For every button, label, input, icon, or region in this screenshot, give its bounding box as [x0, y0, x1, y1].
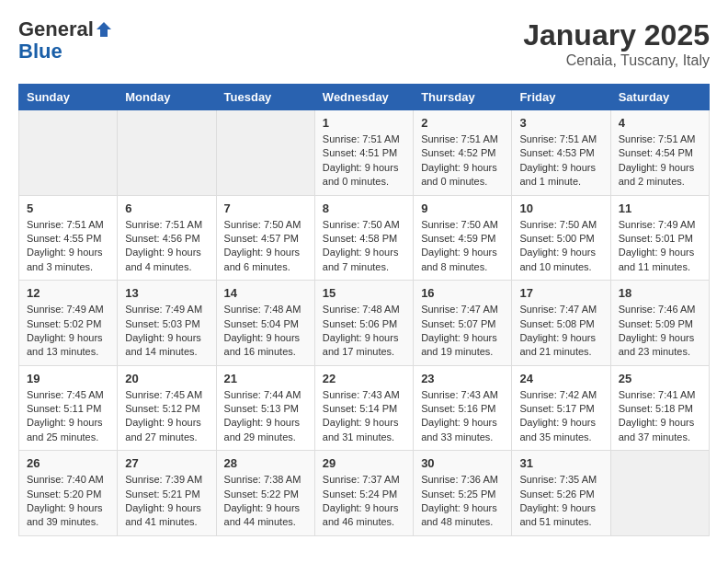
day-number: 1 — [323, 116, 405, 130]
weekday-header-thursday: Thursday — [414, 85, 512, 110]
day-number: 12 — [27, 286, 109, 300]
weekday-header-wednesday: Wednesday — [314, 85, 413, 110]
calendar-cell — [19, 110, 118, 196]
calendar-cell: 14Sunrise: 7:48 AMSunset: 5:04 PMDayligh… — [216, 281, 314, 366]
calendar-cell: 26Sunrise: 7:40 AMSunset: 5:20 PMDayligh… — [19, 451, 118, 536]
day-number: 18 — [619, 286, 701, 300]
calendar-cell: 27Sunrise: 7:39 AMSunset: 5:21 PMDayligh… — [118, 451, 216, 536]
weekday-header-tuesday: Tuesday — [216, 85, 314, 110]
location: Cenaia, Tuscany, Italy — [523, 52, 710, 69]
calendar-week-row: 1Sunrise: 7:51 AMSunset: 4:51 PMDaylight… — [19, 110, 710, 196]
day-number: 21 — [224, 372, 307, 385]
day-info: Sunrise: 7:51 AMSunset: 4:53 PMDaylight:… — [519, 132, 602, 190]
month-title: January 2025 — [523, 18, 710, 52]
day-number: 20 — [125, 372, 208, 385]
day-info: Sunrise: 7:43 AMSunset: 5:16 PMDaylight:… — [421, 388, 504, 445]
day-number: 29 — [323, 456, 405, 470]
calendar-cell: 15Sunrise: 7:48 AMSunset: 5:06 PMDayligh… — [314, 281, 413, 366]
day-info: Sunrise: 7:45 AMSunset: 5:12 PMDaylight:… — [125, 388, 208, 445]
day-number: 14 — [224, 286, 307, 300]
calendar-cell: 5Sunrise: 7:51 AMSunset: 4:55 PMDaylight… — [19, 195, 118, 281]
weekday-header-monday: Monday — [118, 85, 216, 110]
calendar-cell: 17Sunrise: 7:47 AMSunset: 5:08 PMDayligh… — [512, 281, 610, 366]
calendar-week-row: 26Sunrise: 7:40 AMSunset: 5:20 PMDayligh… — [19, 451, 710, 536]
day-number: 13 — [125, 286, 208, 300]
day-number: 16 — [421, 286, 504, 300]
logo-icon — [95, 20, 113, 39]
calendar-cell — [610, 451, 709, 536]
calendar-cell: 8Sunrise: 7:50 AMSunset: 4:58 PMDaylight… — [314, 195, 413, 281]
logo: General Blue — [18, 18, 114, 63]
calendar-cell: 11Sunrise: 7:49 AMSunset: 5:01 PMDayligh… — [610, 195, 709, 281]
day-number: 30 — [421, 456, 504, 470]
calendar-table: SundayMondayTuesdayWednesdayThursdayFrid… — [18, 84, 710, 536]
day-number: 15 — [323, 286, 405, 300]
day-number: 9 — [421, 201, 504, 215]
day-info: Sunrise: 7:38 AMSunset: 5:22 PMDaylight:… — [224, 473, 307, 530]
day-info: Sunrise: 7:37 AMSunset: 5:24 PMDaylight:… — [323, 473, 405, 530]
calendar-cell: 16Sunrise: 7:47 AMSunset: 5:07 PMDayligh… — [414, 281, 512, 366]
weekday-header-saturday: Saturday — [610, 85, 709, 110]
day-number: 17 — [519, 286, 602, 300]
day-number: 11 — [619, 201, 701, 215]
day-number: 8 — [323, 201, 405, 215]
day-number: 3 — [519, 116, 602, 130]
day-info: Sunrise: 7:35 AMSunset: 5:26 PMDaylight:… — [519, 473, 602, 530]
day-info: Sunrise: 7:47 AMSunset: 5:08 PMDaylight:… — [519, 303, 602, 360]
day-number: 7 — [224, 201, 307, 215]
day-info: Sunrise: 7:48 AMSunset: 5:04 PMDaylight:… — [224, 303, 307, 360]
calendar-cell — [216, 110, 314, 196]
day-number: 26 — [27, 456, 109, 470]
day-info: Sunrise: 7:43 AMSunset: 5:14 PMDaylight:… — [323, 388, 405, 445]
calendar-week-row: 12Sunrise: 7:49 AMSunset: 5:02 PMDayligh… — [19, 281, 710, 366]
title-block: January 2025 Cenaia, Tuscany, Italy — [523, 18, 710, 69]
day-info: Sunrise: 7:51 AMSunset: 4:52 PMDaylight:… — [421, 132, 504, 190]
calendar-cell: 25Sunrise: 7:41 AMSunset: 5:18 PMDayligh… — [610, 365, 709, 451]
day-number: 19 — [27, 372, 109, 385]
day-info: Sunrise: 7:51 AMSunset: 4:56 PMDaylight:… — [125, 218, 208, 275]
calendar-cell: 19Sunrise: 7:45 AMSunset: 5:11 PMDayligh… — [19, 365, 118, 451]
day-info: Sunrise: 7:49 AMSunset: 5:02 PMDaylight:… — [27, 303, 109, 360]
day-number: 10 — [519, 201, 602, 215]
weekday-header-friday: Friday — [512, 85, 610, 110]
page-header: General Blue January 2025 Cenaia, Tuscan… — [18, 18, 710, 69]
calendar-header-row: SundayMondayTuesdayWednesdayThursdayFrid… — [19, 85, 710, 110]
day-info: Sunrise: 7:42 AMSunset: 5:17 PMDaylight:… — [519, 388, 602, 445]
day-info: Sunrise: 7:41 AMSunset: 5:18 PMDaylight:… — [619, 388, 701, 445]
day-info: Sunrise: 7:50 AMSunset: 4:59 PMDaylight:… — [421, 218, 504, 275]
day-info: Sunrise: 7:45 AMSunset: 5:11 PMDaylight:… — [27, 388, 109, 445]
calendar-cell: 20Sunrise: 7:45 AMSunset: 5:12 PMDayligh… — [118, 365, 216, 451]
day-number: 24 — [519, 372, 602, 385]
day-info: Sunrise: 7:40 AMSunset: 5:20 PMDaylight:… — [27, 473, 109, 530]
day-number: 28 — [224, 456, 307, 470]
logo-general: General — [18, 18, 94, 40]
calendar-week-row: 19Sunrise: 7:45 AMSunset: 5:11 PMDayligh… — [19, 365, 710, 451]
calendar-cell: 12Sunrise: 7:49 AMSunset: 5:02 PMDayligh… — [19, 281, 118, 366]
day-info: Sunrise: 7:44 AMSunset: 5:13 PMDaylight:… — [224, 388, 307, 445]
calendar-cell — [118, 110, 216, 196]
calendar-cell: 13Sunrise: 7:49 AMSunset: 5:03 PMDayligh… — [118, 281, 216, 366]
calendar-week-row: 5Sunrise: 7:51 AMSunset: 4:55 PMDaylight… — [19, 195, 710, 281]
calendar-cell: 2Sunrise: 7:51 AMSunset: 4:52 PMDaylight… — [414, 110, 512, 196]
day-number: 25 — [619, 372, 701, 385]
calendar-cell: 22Sunrise: 7:43 AMSunset: 5:14 PMDayligh… — [314, 365, 413, 451]
calendar-cell: 3Sunrise: 7:51 AMSunset: 4:53 PMDaylight… — [512, 110, 610, 196]
calendar-cell: 18Sunrise: 7:46 AMSunset: 5:09 PMDayligh… — [610, 281, 709, 366]
day-info: Sunrise: 7:51 AMSunset: 4:54 PMDaylight:… — [619, 132, 701, 190]
day-info: Sunrise: 7:36 AMSunset: 5:25 PMDaylight:… — [421, 473, 504, 530]
day-number: 4 — [619, 116, 701, 130]
calendar-cell: 4Sunrise: 7:51 AMSunset: 4:54 PMDaylight… — [610, 110, 709, 196]
day-number: 22 — [323, 372, 405, 385]
calendar-cell: 24Sunrise: 7:42 AMSunset: 5:17 PMDayligh… — [512, 365, 610, 451]
calendar-cell: 1Sunrise: 7:51 AMSunset: 4:51 PMDaylight… — [314, 110, 413, 196]
day-number: 31 — [519, 456, 602, 470]
calendar-cell: 23Sunrise: 7:43 AMSunset: 5:16 PMDayligh… — [414, 365, 512, 451]
day-number: 23 — [421, 372, 504, 385]
calendar-cell: 6Sunrise: 7:51 AMSunset: 4:56 PMDaylight… — [118, 195, 216, 281]
day-number: 27 — [125, 456, 208, 470]
day-info: Sunrise: 7:39 AMSunset: 5:21 PMDaylight:… — [125, 473, 208, 530]
day-info: Sunrise: 7:50 AMSunset: 4:58 PMDaylight:… — [323, 218, 405, 275]
calendar-cell: 9Sunrise: 7:50 AMSunset: 4:59 PMDaylight… — [414, 195, 512, 281]
calendar-cell: 28Sunrise: 7:38 AMSunset: 5:22 PMDayligh… — [216, 451, 314, 536]
calendar-cell: 30Sunrise: 7:36 AMSunset: 5:25 PMDayligh… — [414, 451, 512, 536]
